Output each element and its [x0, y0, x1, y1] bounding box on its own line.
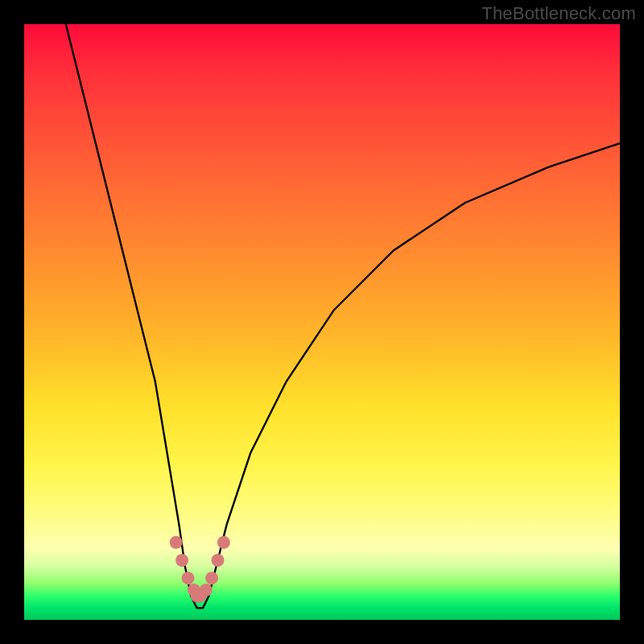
plot-area — [24, 24, 620, 620]
zone-marker — [175, 554, 188, 567]
zone-marker — [182, 572, 195, 584]
bottleneck-curve — [24, 24, 620, 620]
zone-marker — [212, 554, 225, 567]
minimum-markers — [170, 536, 230, 603]
curve-path — [66, 24, 620, 608]
zone-marker — [170, 536, 183, 549]
zone-marker — [205, 572, 218, 584]
chart-frame: TheBottleneck.com — [0, 0, 644, 644]
zone-marker — [200, 584, 213, 597]
watermark-text: TheBottleneck.com — [481, 3, 636, 24]
zone-marker — [217, 536, 230, 549]
